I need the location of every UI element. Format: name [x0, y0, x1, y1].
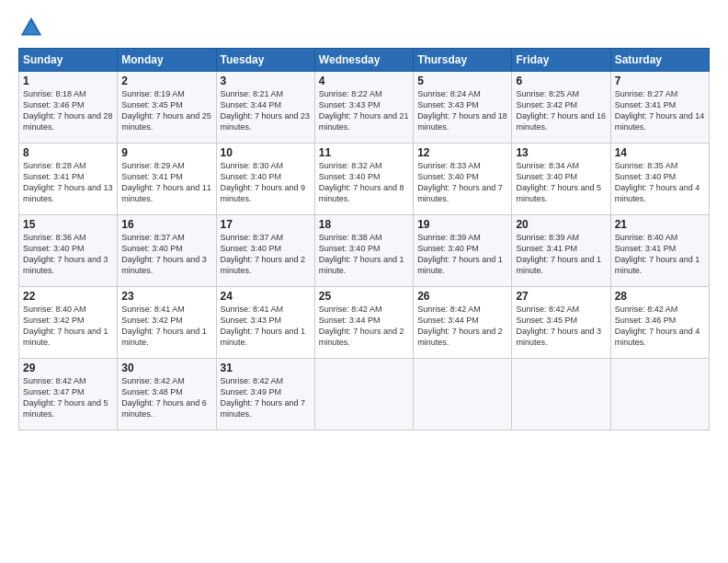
day-number: 21: [615, 218, 705, 231]
calendar-cell: 27 Sunrise: 8:42 AMSunset: 3:45 PMDaylig…: [512, 287, 610, 359]
day-number: 22: [23, 290, 113, 303]
calendar-week-1: 1 Sunrise: 8:18 AMSunset: 3:46 PMDayligh…: [19, 72, 710, 144]
calendar-cell: 18 Sunrise: 8:38 AMSunset: 3:40 PMDaylig…: [314, 215, 413, 287]
day-number: 25: [319, 290, 409, 303]
day-info: Sunrise: 8:39 AMSunset: 3:41 PMDaylight:…: [516, 233, 601, 275]
calendar-cell: 25 Sunrise: 8:42 AMSunset: 3:44 PMDaylig…: [314, 287, 413, 359]
day-info: Sunrise: 8:40 AMSunset: 3:41 PMDaylight:…: [615, 233, 700, 275]
day-number: 2: [121, 75, 211, 87]
day-number: 15: [23, 218, 113, 231]
day-number: 14: [615, 146, 705, 159]
calendar-cell: 19 Sunrise: 8:39 AMSunset: 3:40 PMDaylig…: [414, 215, 512, 287]
day-number: 11: [319, 146, 409, 159]
day-info: Sunrise: 8:37 AMSunset: 3:40 PMDaylight:…: [121, 233, 207, 275]
calendar-cell: 13 Sunrise: 8:34 AMSunset: 3:40 PMDaylig…: [512, 144, 610, 215]
day-number: 13: [516, 146, 606, 159]
day-info: Sunrise: 8:38 AMSunset: 3:40 PMDaylight:…: [319, 233, 404, 275]
calendar-header-thursday: Thursday: [414, 49, 512, 72]
calendar-cell: 26 Sunrise: 8:42 AMSunset: 3:44 PMDaylig…: [414, 287, 512, 359]
day-number: 19: [417, 218, 507, 231]
calendar-cell: 30 Sunrise: 8:42 AMSunset: 3:48 PMDaylig…: [118, 359, 216, 431]
calendar-cell: 9 Sunrise: 8:29 AMSunset: 3:41 PMDayligh…: [118, 144, 216, 215]
calendar-cell: 12 Sunrise: 8:33 AMSunset: 3:40 PMDaylig…: [414, 144, 512, 215]
day-info: Sunrise: 8:41 AMSunset: 3:42 PMDaylight:…: [121, 304, 207, 347]
calendar-cell: 31 Sunrise: 8:42 AMSunset: 3:49 PMDaylig…: [216, 359, 314, 431]
calendar-cell: 10 Sunrise: 8:30 AMSunset: 3:40 PMDaylig…: [216, 144, 314, 215]
calendar-cell: 16 Sunrise: 8:37 AMSunset: 3:40 PMDaylig…: [118, 215, 216, 287]
calendar-cell: 29 Sunrise: 8:42 AMSunset: 3:47 PMDaylig…: [19, 359, 118, 431]
calendar-header-tuesday: Tuesday: [216, 49, 314, 72]
calendar-header-monday: Monday: [118, 49, 216, 72]
calendar-cell: [414, 359, 512, 431]
day-info: Sunrise: 8:27 AMSunset: 3:41 PMDaylight:…: [615, 89, 705, 132]
calendar-cell: 3 Sunrise: 8:21 AMSunset: 3:44 PMDayligh…: [216, 72, 314, 144]
day-number: 5: [417, 75, 507, 87]
day-info: Sunrise: 8:37 AMSunset: 3:40 PMDaylight:…: [221, 233, 306, 275]
day-number: 23: [121, 290, 211, 303]
day-number: 27: [516, 290, 606, 303]
day-number: 24: [221, 290, 311, 303]
calendar-cell: 21 Sunrise: 8:40 AMSunset: 3:41 PMDaylig…: [610, 215, 709, 287]
calendar-body: 1 Sunrise: 8:18 AMSunset: 3:46 PMDayligh…: [19, 72, 710, 431]
day-number: 1: [23, 75, 113, 87]
calendar-cell: 23 Sunrise: 8:41 AMSunset: 3:42 PMDaylig…: [118, 287, 216, 359]
calendar-cell: 7 Sunrise: 8:27 AMSunset: 3:41 PMDayligh…: [610, 72, 709, 144]
day-info: Sunrise: 8:22 AMSunset: 3:43 PMDaylight:…: [319, 89, 409, 132]
calendar-header-sunday: Sunday: [19, 49, 118, 72]
day-number: 10: [221, 146, 311, 159]
day-info: Sunrise: 8:24 AMSunset: 3:43 PMDaylight:…: [417, 89, 507, 132]
header: [18, 15, 710, 40]
day-info: Sunrise: 8:29 AMSunset: 3:41 PMDaylight:…: [121, 161, 211, 203]
day-info: Sunrise: 8:33 AMSunset: 3:40 PMDaylight:…: [417, 161, 503, 203]
logo-icon: [18, 15, 44, 40]
calendar-cell: 5 Sunrise: 8:24 AMSunset: 3:43 PMDayligh…: [414, 72, 512, 144]
calendar-table: SundayMondayTuesdayWednesdayThursdayFrid…: [18, 48, 710, 431]
calendar-cell: 20 Sunrise: 8:39 AMSunset: 3:41 PMDaylig…: [512, 215, 610, 287]
day-number: 20: [516, 218, 606, 231]
day-info: Sunrise: 8:32 AMSunset: 3:40 PMDaylight:…: [319, 161, 404, 203]
calendar-cell: 11 Sunrise: 8:32 AMSunset: 3:40 PMDaylig…: [314, 144, 413, 215]
day-info: Sunrise: 8:42 AMSunset: 3:44 PMDaylight:…: [417, 304, 503, 347]
day-info: Sunrise: 8:28 AMSunset: 3:41 PMDaylight:…: [23, 161, 113, 203]
calendar-cell: 14 Sunrise: 8:35 AMSunset: 3:40 PMDaylig…: [610, 144, 709, 215]
day-number: 3: [221, 75, 311, 87]
page: SundayMondayTuesdayWednesdayThursdayFrid…: [0, 0, 728, 563]
calendar-header-friday: Friday: [512, 49, 610, 72]
day-number: 7: [615, 75, 705, 87]
day-info: Sunrise: 8:30 AMSunset: 3:40 PMDaylight:…: [221, 161, 306, 203]
day-info: Sunrise: 8:42 AMSunset: 3:45 PMDaylight:…: [516, 304, 601, 347]
calendar-cell: [314, 359, 413, 431]
calendar-week-3: 15 Sunrise: 8:36 AMSunset: 3:40 PMDaylig…: [19, 215, 710, 287]
logo: [18, 15, 48, 40]
calendar-header-saturday: Saturday: [610, 49, 709, 72]
calendar-header-wednesday: Wednesday: [314, 49, 413, 72]
calendar-cell: 28 Sunrise: 8:42 AMSunset: 3:46 PMDaylig…: [610, 287, 709, 359]
day-number: 6: [516, 75, 606, 87]
calendar-cell: 24 Sunrise: 8:41 AMSunset: 3:43 PMDaylig…: [216, 287, 314, 359]
day-info: Sunrise: 8:25 AMSunset: 3:42 PMDaylight:…: [516, 89, 606, 132]
day-number: 12: [417, 146, 507, 159]
day-number: 30: [121, 362, 211, 374]
day-info: Sunrise: 8:42 AMSunset: 3:44 PMDaylight:…: [319, 304, 404, 347]
day-number: 9: [121, 146, 211, 159]
day-info: Sunrise: 8:19 AMSunset: 3:45 PMDaylight:…: [121, 89, 211, 132]
calendar-cell: 17 Sunrise: 8:37 AMSunset: 3:40 PMDaylig…: [216, 215, 314, 287]
calendar-cell: 1 Sunrise: 8:18 AMSunset: 3:46 PMDayligh…: [19, 72, 118, 144]
day-number: 26: [417, 290, 507, 303]
day-number: 16: [121, 218, 211, 231]
day-info: Sunrise: 8:39 AMSunset: 3:40 PMDaylight:…: [417, 233, 503, 275]
calendar-week-5: 29 Sunrise: 8:42 AMSunset: 3:47 PMDaylig…: [19, 359, 710, 431]
day-number: 17: [221, 218, 311, 231]
calendar-cell: [610, 359, 709, 431]
day-info: Sunrise: 8:42 AMSunset: 3:46 PMDaylight:…: [615, 304, 700, 347]
calendar-week-4: 22 Sunrise: 8:40 AMSunset: 3:42 PMDaylig…: [19, 287, 710, 359]
day-info: Sunrise: 8:42 AMSunset: 3:48 PMDaylight:…: [121, 376, 207, 419]
day-info: Sunrise: 8:41 AMSunset: 3:43 PMDaylight:…: [221, 304, 306, 347]
calendar-cell: [512, 359, 610, 431]
day-number: 31: [221, 362, 311, 374]
day-number: 28: [615, 290, 705, 303]
calendar-cell: 6 Sunrise: 8:25 AMSunset: 3:42 PMDayligh…: [512, 72, 610, 144]
day-number: 4: [319, 75, 409, 87]
calendar-header-row: SundayMondayTuesdayWednesdayThursdayFrid…: [19, 49, 710, 72]
calendar-cell: 8 Sunrise: 8:28 AMSunset: 3:41 PMDayligh…: [19, 144, 118, 215]
